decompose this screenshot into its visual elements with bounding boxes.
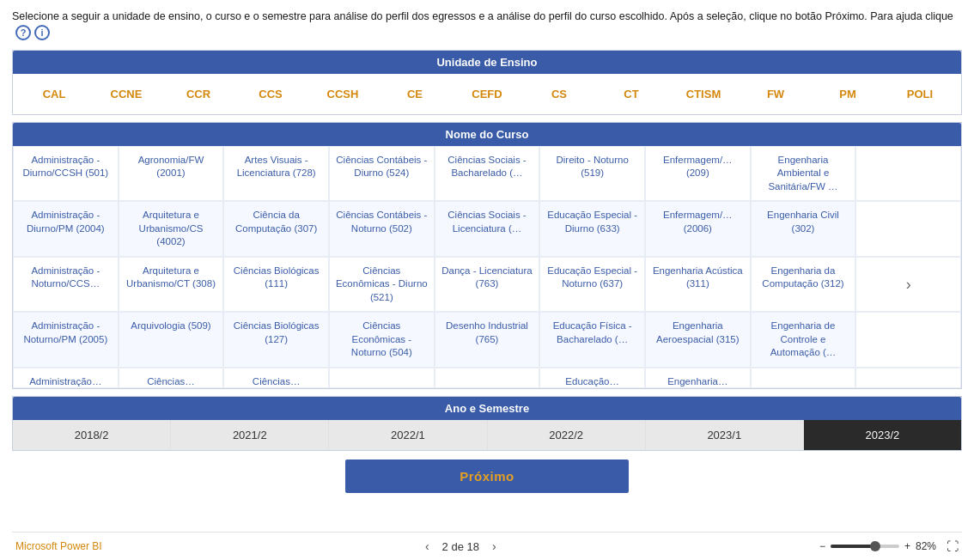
- zoom-slider[interactable]: [831, 545, 899, 548]
- curso-cell[interactable]: Arquitetura e Urbanismo/CT (308): [119, 257, 224, 313]
- unidade-item[interactable]: PM: [812, 81, 884, 107]
- curso-cell[interactable]: Engenharia da Computação (312): [751, 257, 856, 313]
- curso-cell[interactable]: Ciências Sociais - Bacharelado (…: [435, 146, 540, 202]
- curso-cell[interactable]: Educação Especial - Noturno (637): [539, 257, 645, 313]
- curso-cell[interactable]: Ciências Econômicas - Diurno (521): [329, 257, 435, 313]
- curso-cell[interactable]: Arquivologia (509): [119, 312, 224, 368]
- help-icons: ? i: [15, 25, 50, 40]
- curso-cell[interactable]: Engenharia Acústica (311): [645, 257, 751, 313]
- curso-cell[interactable]: Engenharia Aeroespacial (315): [645, 312, 751, 368]
- zoom-plus[interactable]: +: [904, 540, 910, 552]
- curso-cell[interactable]: Engenharia de Controle e Automação (…: [751, 312, 856, 368]
- curso-cell-empty: [855, 312, 961, 368]
- powerbi-link[interactable]: Microsoft Power BI: [15, 540, 102, 552]
- page-next-button[interactable]: ›: [488, 538, 501, 555]
- curso-cell-empty: [855, 368, 961, 388]
- curso-cell[interactable]: Administração - Diurno/CCSH (501): [13, 146, 119, 202]
- semestre-item[interactable]: 2023/1: [646, 420, 804, 450]
- curso-cell[interactable]: Arquitetura e Urbanismo/CS (4002): [119, 201, 224, 257]
- curso-cell[interactable]: Ciências Biológicas (127): [223, 312, 329, 368]
- curso-cell[interactable]: Administração - Diurno/PM (2004): [13, 201, 119, 257]
- unidade-item[interactable]: POLI: [884, 81, 956, 107]
- instruction-body: Selecione a seguir a unidade de ensino, …: [12, 10, 953, 22]
- unidade-item[interactable]: CAL: [18, 81, 90, 107]
- page-de: de: [451, 540, 466, 553]
- unidade-item[interactable]: CCS: [234, 81, 307, 107]
- curso-cell[interactable]: Agronomia/FW (2001): [119, 146, 224, 202]
- curso-cell-partial[interactable]: [751, 368, 856, 388]
- fullscreen-icon[interactable]: ⛶: [947, 539, 959, 553]
- unidade-item[interactable]: CCSH: [307, 81, 379, 107]
- curso-cell[interactable]: Artes Visuais - Licenciatura (728): [223, 146, 329, 202]
- zoom-slider-fill: [831, 545, 872, 548]
- curso-cell[interactable]: Educação Especial - Diurno (633): [539, 201, 645, 257]
- curso-cell[interactable]: Ciências Sociais - Licenciatura (…: [435, 201, 540, 257]
- curso-cell-partial[interactable]: Engenharia…: [645, 368, 751, 388]
- unidade-header: Unidade de Ensino: [13, 51, 961, 74]
- unidade-item[interactable]: CCR: [162, 81, 234, 107]
- curso-nav-arrow[interactable]: ›: [855, 257, 961, 313]
- curso-cell-partial[interactable]: Ciências…: [119, 368, 224, 388]
- curso-cell[interactable]: Ciências Biológicas (111): [223, 257, 329, 313]
- proximo-container: Próximo: [12, 460, 962, 493]
- page-current: 2: [442, 540, 448, 553]
- curso-cell[interactable]: Ciência da Computação (307): [223, 201, 329, 257]
- unidade-item[interactable]: CCNE: [90, 81, 162, 107]
- curso-cell-partial[interactable]: Ciências…: [223, 368, 329, 388]
- unidade-item[interactable]: CEFD: [451, 81, 523, 107]
- help-info-icon[interactable]: i: [34, 25, 50, 40]
- zoom-percent: 82%: [916, 540, 936, 552]
- semestre-item[interactable]: 2023/2: [804, 420, 961, 450]
- unidade-item[interactable]: FW: [740, 81, 812, 107]
- curso-cell[interactable]: Engenharia Civil (302): [751, 201, 856, 257]
- page-total: 18: [467, 540, 479, 553]
- zoom-slider-thumb: [870, 541, 880, 551]
- unidade-item[interactable]: CT: [595, 81, 667, 107]
- semestre-item[interactable]: 2021/2: [171, 420, 329, 450]
- curso-cell[interactable]: Ciências Econômicas - Noturno (504): [329, 312, 435, 368]
- curso-cell[interactable]: Administração - Noturno/PM (2005): [13, 312, 119, 368]
- semestre-header: Ano e Semestre: [13, 397, 961, 420]
- curso-cell[interactable]: Dança - Licenciatura (763): [435, 257, 540, 313]
- unidade-item[interactable]: CE: [379, 81, 451, 107]
- curso-grid: Administração - Diurno/CCSH (501)Agronom…: [13, 146, 961, 388]
- pagination: ‹ 2 de 18 ›: [421, 538, 501, 555]
- semestre-grid: 2018/22021/22022/12022/22023/12023/2: [13, 420, 961, 450]
- curso-cell-partial[interactable]: Administração…: [13, 368, 119, 388]
- curso-cell-partial[interactable]: Educação…: [539, 368, 645, 388]
- proximo-button[interactable]: Próximo: [345, 460, 629, 493]
- curso-cell[interactable]: Desenho Industrial (765): [435, 312, 540, 368]
- zoom-bar: − + 82% ⛶: [819, 539, 959, 553]
- curso-cell-empty: [855, 201, 961, 257]
- curso-cell[interactable]: Ciências Contábeis - Diurno (524): [329, 146, 435, 202]
- curso-cell[interactable]: Enfermagem/… (209): [645, 146, 751, 202]
- zoom-minus[interactable]: −: [819, 540, 825, 552]
- curso-header: Nome do Curso: [13, 123, 961, 146]
- unidade-section: Unidade de Ensino CALCCNECCRCCSCCSHCECEF…: [12, 50, 962, 115]
- curso-cell[interactable]: Educação Física - Bacharelado (…: [539, 312, 645, 368]
- curso-section: Nome do Curso Administração - Diurno/CCS…: [12, 122, 962, 389]
- unidade-grid: CALCCNECCRCCSCCSHCECEFDCSCTCTISMFWPMPOLI: [13, 74, 961, 114]
- semestre-section: Ano e Semestre 2018/22021/22022/12022/22…: [12, 396, 962, 451]
- curso-cell[interactable]: Enfermagem/… (2006): [645, 201, 751, 257]
- curso-cell[interactable]: Direito - Noturno (519): [539, 146, 645, 202]
- semestre-item[interactable]: 2018/2: [13, 420, 171, 450]
- semestre-item[interactable]: 2022/2: [488, 420, 646, 450]
- page-prev-button[interactable]: ‹: [421, 538, 434, 555]
- curso-cell[interactable]: Engenharia Ambiental e Sanitária/FW …: [751, 146, 856, 202]
- bottom-bar: Microsoft Power BI ‹ 2 de 18 › − + 82% ⛶: [12, 532, 962, 560]
- semestre-item[interactable]: 2022/1: [329, 420, 487, 450]
- curso-cell-empty: [855, 146, 961, 202]
- page-info: 2 de 18: [442, 540, 479, 553]
- unidade-item[interactable]: CS: [523, 81, 595, 107]
- page-wrapper: Selecione a seguir a unidade de ensino, …: [0, 0, 974, 560]
- curso-cell-partial[interactable]: [435, 368, 540, 388]
- unidade-item[interactable]: CTISM: [667, 81, 740, 107]
- help-question-icon[interactable]: ?: [15, 25, 31, 40]
- instruction-text: Selecione a seguir a unidade de ensino, …: [12, 9, 962, 41]
- curso-cell[interactable]: Ciências Contábeis - Noturno (502): [329, 201, 435, 257]
- curso-cell-partial[interactable]: [329, 368, 435, 388]
- curso-cell[interactable]: Administração - Noturno/CCS…: [13, 257, 119, 313]
